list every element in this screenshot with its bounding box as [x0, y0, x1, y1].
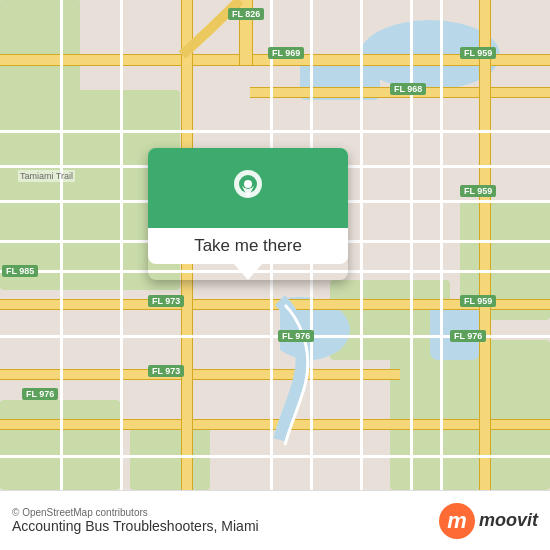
svg-rect-19	[0, 309, 550, 310]
location-name: Accounting Bus Troubleshooters, Miami	[12, 518, 259, 534]
road-label-fl969: FL 969	[268, 47, 304, 59]
svg-rect-46	[360, 0, 363, 490]
tamiami-label: Tamiami Trail	[18, 170, 75, 182]
svg-rect-41	[0, 455, 550, 458]
location-pin-icon	[226, 166, 270, 210]
road-label-fl976c: FL 976	[22, 388, 58, 400]
moovit-text: moovit	[479, 510, 538, 531]
svg-rect-35	[0, 130, 550, 133]
svg-rect-29	[480, 0, 490, 490]
road-label-fl985: FL 985	[2, 265, 38, 277]
svg-rect-25	[0, 429, 550, 430]
map-view: FL 826 FL 969 FL 959 FL 968 FL 959 FL 98…	[0, 0, 550, 490]
popup-card: Take me there	[148, 148, 348, 280]
svg-rect-47	[410, 0, 413, 490]
popup-white-area[interactable]: Take me there	[148, 228, 348, 264]
moovit-logo: m moovit	[439, 503, 538, 539]
svg-rect-16	[250, 97, 550, 98]
svg-point-51	[244, 180, 252, 188]
svg-rect-31	[490, 0, 491, 490]
road-label-fl976b: FL 976	[450, 330, 486, 342]
svg-rect-48	[440, 0, 443, 490]
popup-arrow	[234, 264, 262, 280]
road-label-fl826: FL 826	[228, 8, 264, 20]
road-label-fl973b: FL 973	[148, 365, 184, 377]
svg-rect-24	[0, 419, 550, 420]
road-label-fl959-top: FL 959	[460, 47, 496, 59]
road-label-fl973a: FL 973	[148, 295, 184, 307]
svg-rect-2	[0, 0, 80, 95]
svg-rect-30	[479, 0, 480, 490]
road-label-fl959-mid: FL 959	[460, 185, 496, 197]
road-label-fl976a: FL 976	[278, 330, 314, 342]
take-me-there-label[interactable]: Take me there	[194, 236, 302, 255]
copyright-text: © OpenStreetMap contributors	[12, 507, 259, 518]
svg-rect-5	[390, 340, 550, 490]
svg-rect-42	[60, 0, 63, 490]
road-label-fl968: FL 968	[390, 83, 426, 95]
svg-rect-43	[120, 0, 123, 490]
bottom-bar: © OpenStreetMap contributors Accounting …	[0, 490, 550, 550]
road-label-fl959-lower: FL 959	[460, 295, 496, 307]
svg-rect-23	[0, 420, 550, 429]
svg-rect-13	[0, 65, 550, 66]
popup-green-area	[148, 148, 348, 228]
moovit-m-icon: m	[439, 503, 475, 539]
bottom-left: © OpenStreetMap contributors Accounting …	[12, 507, 259, 534]
